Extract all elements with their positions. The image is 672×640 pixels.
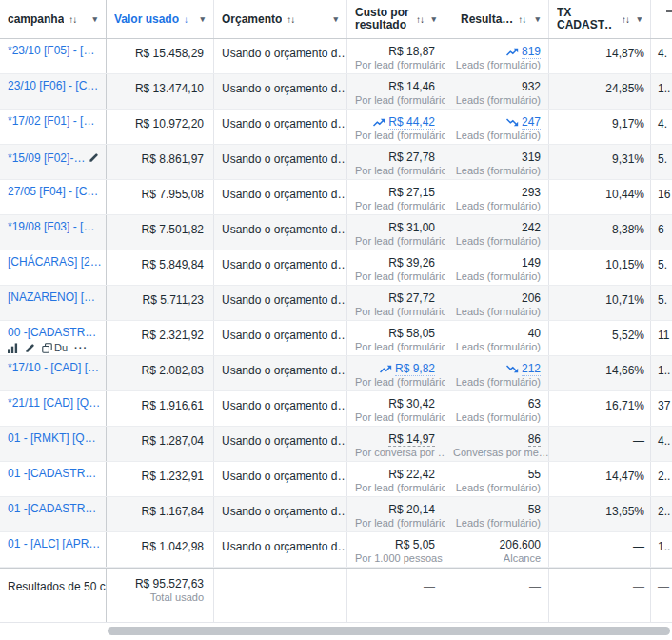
sort-desc-icon[interactable]: ↓: [184, 14, 188, 25]
campaign-link[interactable]: *15/09 [F02]-…: [8, 151, 85, 165]
total-spent-cell: R$ 95.527,63 Total usado: [107, 569, 214, 622]
results-value[interactable]: 212: [522, 362, 541, 376]
amount-spent-value: R$ 1.916,61: [142, 399, 204, 412]
edit-icon[interactable]: [89, 152, 99, 163]
campaign-link[interactable]: *23/10 [F05] - […: [8, 44, 94, 57]
registration-rate-value: 10,71%: [605, 293, 644, 307]
registration-rate-value: 9,17%: [612, 117, 644, 130]
table-row: *17/10 - [CAD] [… R$ 2.082,83 Usando o o…: [0, 356, 672, 391]
amount-spent-value: R$ 1.232,91: [142, 470, 204, 483]
column-header-cost-per-result[interactable]: Custo por resultado ↑↓ ▾: [347, 0, 445, 38]
table-row: *21/11 [CAD] [Q… R$ 1.916,61 Usando o or…: [0, 391, 672, 427]
campaign-link[interactable]: [CHÁCARAS] [2…: [8, 255, 102, 269]
chevron-down-icon[interactable]: ▾: [92, 14, 97, 24]
cost-per-result-sublabel: Por lead (formulário): [355, 165, 435, 177]
results-value: 55: [528, 468, 541, 481]
campaign-cell: 27/05 [F04] - [C…: [0, 180, 107, 214]
campaign-link[interactable]: 00 -[CADASTR…: [8, 326, 96, 339]
amount-spent-cell: R$ 5.711,23: [107, 286, 214, 320]
campaign-cell: *19/08 [F03] - […: [0, 215, 107, 250]
duplicate-button[interactable]: Du: [42, 342, 68, 353]
budget-value: Usando o orçamento d…: [222, 188, 347, 201]
registration-rate-cell: 14,87%: [549, 39, 651, 73]
cost-per-result-value: R$ 20,14: [388, 503, 435, 516]
clipped-next-cell: 6: [651, 215, 672, 250]
chevron-down-icon[interactable]: ▾: [333, 14, 338, 24]
clipped-next-cell: 2..: [651, 462, 672, 496]
table-row: *17/02 [F01] - [… R$ 10.972,20 Usando o …: [0, 110, 672, 145]
cost-per-result-cell: R$ 30,42 Por lead (formulário): [347, 391, 445, 426]
cost-per-result-value: R$ 27,78: [388, 150, 435, 164]
campaign-cell: 01 - [ALC] [APR…: [0, 532, 107, 567]
column-header-results[interactable]: Resulta… ↑↓ ▾: [445, 0, 549, 38]
sort-icon[interactable]: ↑↓: [287, 14, 294, 25]
clipped-next-cell: 5.: [651, 250, 672, 285]
cost-per-result-value[interactable]: R$ 14,97: [388, 432, 435, 447]
cost-per-result-value[interactable]: R$ 44,42: [388, 115, 435, 130]
chevron-down-icon[interactable]: ▾: [535, 14, 540, 24]
budget-value: Usando o orçamento d…: [222, 117, 347, 130]
clipped-next-cell: 4.: [651, 39, 672, 73]
duplicate-icon[interactable]: [42, 343, 52, 353]
sort-icon[interactable]: ↑↓: [622, 14, 629, 25]
campaign-link[interactable]: *17/10 - [CAD] […: [8, 361, 99, 374]
budget-value: Usando o orçamento d…: [222, 434, 347, 448]
registration-rate-value: 10,44%: [605, 188, 644, 201]
view-charts-icon[interactable]: [8, 343, 18, 353]
clipped-next-cell: 1..: [651, 356, 672, 390]
empty-total-dash: —: [424, 580, 435, 593]
campaign-link[interactable]: 23/10 [F06] - [C…: [8, 79, 98, 92]
budget-cell: Usando o orçamento d…: [214, 532, 347, 567]
empty-total-dash: —: [658, 580, 669, 593]
clipped-next-cell: 5.: [651, 145, 672, 179]
edit-icon[interactable]: [25, 343, 35, 353]
more-actions-button[interactable]: ···: [74, 342, 88, 353]
cost-per-result-sublabel: Por lead (formulário): [355, 235, 435, 248]
budget-value: Usando o orçamento d…: [222, 505, 347, 518]
campaign-link[interactable]: *19/08 [F03] - […: [8, 220, 94, 233]
column-header-budget[interactable]: Orçamento ↑↓ ▾: [214, 0, 347, 38]
column-header-amount-spent[interactable]: Valor usado ↓ ▾: [107, 0, 214, 38]
campaign-cell: *23/10 [F05] - […: [0, 39, 107, 73]
campaign-link[interactable]: 27/05 [F04] - [C…: [8, 185, 98, 198]
horizontal-scrollbar[interactable]: [108, 627, 670, 635]
budget-value: Usando o orçamento d…: [222, 258, 347, 271]
campaign-cell: 00 -[CADASTR… Du···: [0, 321, 107, 355]
sort-icon[interactable]: ↑↓: [69, 14, 76, 25]
chevron-down-icon[interactable]: ▾: [200, 14, 205, 24]
campaign-link[interactable]: 01 -[CADASTR…: [8, 502, 96, 515]
table-row: 27/05 [F04] - [C… R$ 7.955,08 Usando o o…: [0, 180, 672, 215]
sort-icon[interactable]: ↑↓: [518, 14, 525, 25]
amount-spent-cell: R$ 8.861,97: [107, 145, 214, 179]
view-charts-button[interactable]: [8, 343, 18, 353]
amount-spent-cell: R$ 1.916,61: [107, 391, 214, 426]
clipped-next-value: 6: [658, 223, 664, 236]
clipped-next-value: 16: [658, 188, 670, 201]
campaign-link[interactable]: 01 -[CADASTR…: [8, 467, 96, 480]
sort-icon[interactable]: ↑↓: [416, 14, 424, 25]
campaign-link[interactable]: 01 - [RMKT] [Q…: [8, 431, 96, 445]
results-value[interactable]: 247: [522, 115, 541, 130]
results-value[interactable]: 819: [522, 45, 541, 59]
budget-value: Usando o orçamento d…: [222, 540, 347, 553]
edit-button[interactable]: [25, 343, 35, 353]
cost-per-result-cell: R$ 14,97 Por conversa por …: [347, 427, 445, 461]
campaign-cell: *15/09 [F02]-…: [0, 145, 107, 179]
column-header-campaign[interactable]: campanha ↑↓ ▾: [0, 0, 107, 38]
registration-rate-cell: 24,85%: [549, 74, 651, 109]
campaign-link[interactable]: *21/11 [CAD] [Q…: [8, 396, 100, 410]
chevron-down-icon[interactable]: ▾: [431, 14, 436, 24]
cost-per-result-value[interactable]: R$ 9,82: [395, 362, 435, 376]
column-label: campanha: [8, 12, 64, 26]
column-header-registration-rate[interactable]: TX CADAST… ↑↓ ▾: [549, 0, 651, 38]
budget-cell: Usando o orçamento d…: [214, 356, 347, 390]
campaign-link[interactable]: *17/02 [F01] - […: [8, 114, 94, 128]
chevron-down-icon[interactable]: ▾: [637, 14, 642, 24]
registration-rate-cell: 14,66%: [549, 356, 651, 390]
results-value: 40: [528, 327, 541, 340]
amount-spent-value: R$ 1.167,84: [142, 505, 204, 518]
results-value[interactable]: 86: [528, 432, 541, 447]
campaign-link[interactable]: 01 - [ALC] [APR…: [8, 537, 100, 550]
campaign-link[interactable]: [NAZARENO] […: [8, 290, 95, 304]
column-label: Custo por resultado: [355, 7, 411, 31]
